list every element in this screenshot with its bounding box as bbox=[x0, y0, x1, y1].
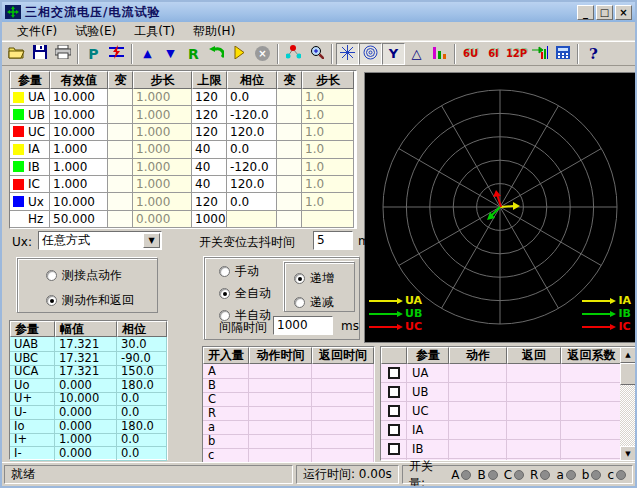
maximize-button[interactable]: □ bbox=[596, 5, 613, 20]
close-button[interactable]: × bbox=[615, 5, 632, 20]
radio-option[interactable]: 测接点动作 bbox=[46, 267, 171, 284]
checkbox[interactable] bbox=[388, 424, 400, 436]
twelve-phase-button[interactable]: 12P bbox=[505, 43, 528, 65]
var-cell[interactable] bbox=[277, 124, 302, 141]
phase-step-cell[interactable]: 1.0 bbox=[302, 124, 354, 141]
step-cell[interactable]: 1.000 bbox=[133, 106, 192, 123]
radio-icon[interactable] bbox=[219, 266, 230, 277]
step-cell[interactable]: 1.000 bbox=[133, 124, 192, 141]
phase-cell[interactable]: -120.0 bbox=[227, 159, 277, 176]
limit-cell[interactable]: 120 bbox=[192, 89, 227, 106]
radio-icon[interactable] bbox=[46, 295, 57, 306]
raise-button[interactable]: ▲ bbox=[136, 43, 159, 65]
menu-item[interactable]: 试验(E) bbox=[66, 21, 125, 42]
open-file-button[interactable] bbox=[5, 43, 28, 65]
phase-cell[interactable]: 0.0 bbox=[227, 193, 277, 210]
scrollbar-thumb[interactable] bbox=[620, 363, 636, 385]
step-cell[interactable]: 1.000 bbox=[133, 176, 192, 193]
reset-button[interactable]: R bbox=[182, 43, 205, 65]
checkbox[interactable] bbox=[388, 405, 400, 417]
rms-cell[interactable]: 50.000 bbox=[50, 211, 108, 228]
limit-cell[interactable]: 120 bbox=[192, 193, 227, 210]
rings-view-button[interactable] bbox=[359, 43, 382, 65]
radio-icon[interactable] bbox=[219, 288, 230, 299]
phase-cell[interactable]: 120.0 bbox=[227, 176, 277, 193]
radio-option[interactable]: 测动作和返回 bbox=[46, 292, 171, 309]
menu-item[interactable]: 帮助(H) bbox=[184, 21, 244, 42]
rms-cell[interactable]: 1.000 bbox=[50, 176, 108, 193]
radio-icon[interactable] bbox=[294, 273, 305, 284]
calculator-button[interactable] bbox=[551, 43, 574, 65]
var-cell[interactable] bbox=[277, 159, 302, 176]
phase-cell[interactable]: 0.0 bbox=[227, 89, 277, 106]
output-monitor-button[interactable] bbox=[528, 43, 551, 65]
phase-step-cell[interactable]: 1.0 bbox=[302, 193, 354, 210]
step-cell[interactable]: 0.000 bbox=[133, 211, 192, 228]
menu-item[interactable]: 文件(F) bbox=[8, 21, 66, 42]
vector-node-button[interactable] bbox=[282, 43, 305, 65]
var-cell[interactable] bbox=[277, 211, 302, 228]
phase-cell[interactable] bbox=[227, 211, 277, 228]
checkbox[interactable] bbox=[388, 443, 400, 455]
var-cell[interactable] bbox=[277, 193, 302, 210]
save-button[interactable] bbox=[28, 43, 51, 65]
phase-step-cell[interactable] bbox=[302, 211, 354, 228]
var-cell[interactable] bbox=[108, 89, 133, 106]
limit-cell[interactable]: 40 bbox=[192, 141, 227, 158]
var-cell[interactable] bbox=[277, 106, 302, 123]
rms-cell[interactable]: 1.000 bbox=[50, 159, 108, 176]
var-cell[interactable] bbox=[108, 211, 133, 228]
var-cell[interactable] bbox=[277, 89, 302, 106]
phase-step-cell[interactable]: 1.0 bbox=[302, 106, 354, 123]
phase-step-cell[interactable]: 1.0 bbox=[302, 89, 354, 106]
minimize-button[interactable]: _ bbox=[577, 5, 594, 20]
six-voltage-button[interactable]: 6U bbox=[459, 43, 482, 65]
var-cell[interactable] bbox=[277, 176, 302, 193]
step-cell[interactable]: 1.000 bbox=[133, 193, 192, 210]
var-cell[interactable] bbox=[108, 106, 133, 123]
delta-connection-button[interactable]: △ bbox=[405, 43, 428, 65]
limit-cell[interactable]: 1000 bbox=[192, 211, 227, 228]
step-cell[interactable]: 1.000 bbox=[133, 159, 192, 176]
phase-cell[interactable]: -120.0 bbox=[227, 106, 277, 123]
parameter-setup-button[interactable]: P bbox=[82, 43, 105, 65]
six-current-button[interactable]: 6I bbox=[482, 43, 505, 65]
radio-icon[interactable] bbox=[46, 270, 57, 281]
zoom-button[interactable] bbox=[305, 43, 328, 65]
step-cell[interactable]: 1.000 bbox=[133, 141, 192, 158]
rms-cell[interactable]: 10.000 bbox=[50, 124, 108, 141]
print-button[interactable] bbox=[51, 43, 74, 65]
var-cell[interactable] bbox=[108, 159, 133, 176]
phase-step-cell[interactable]: 1.0 bbox=[302, 141, 354, 158]
radio-icon[interactable] bbox=[294, 297, 305, 308]
star-view-button[interactable] bbox=[336, 43, 359, 65]
var-cell[interactable] bbox=[277, 141, 302, 158]
rms-cell[interactable]: 1.000 bbox=[50, 141, 108, 158]
menu-item[interactable]: 工具(T) bbox=[125, 21, 184, 42]
fault-button[interactable] bbox=[105, 43, 128, 65]
radio-option[interactable]: 递减 bbox=[294, 294, 354, 311]
radio-option[interactable]: 递增 bbox=[294, 270, 354, 287]
scroll-down-icon[interactable]: ▼ bbox=[620, 446, 636, 461]
rms-cell[interactable]: 10.000 bbox=[50, 106, 108, 123]
limit-cell[interactable]: 40 bbox=[192, 176, 227, 193]
step-cell[interactable]: 1.000 bbox=[133, 89, 192, 106]
help-button[interactable]: ? bbox=[582, 43, 605, 65]
wye-connection-button[interactable]: Y bbox=[382, 43, 405, 65]
limit-cell[interactable]: 40 bbox=[192, 159, 227, 176]
scroll-up-icon[interactable]: ▲ bbox=[620, 347, 636, 363]
start-button[interactable] bbox=[228, 43, 251, 65]
undo-button[interactable] bbox=[205, 43, 228, 65]
checkbox[interactable] bbox=[388, 386, 400, 398]
chevron-down-icon[interactable]: ▼ bbox=[143, 233, 160, 248]
lower-button[interactable]: ▼ bbox=[159, 43, 182, 65]
rms-cell[interactable]: 10.000 bbox=[50, 193, 108, 210]
phase-cell[interactable]: 120.0 bbox=[227, 124, 277, 141]
stop-button[interactable]: × bbox=[251, 43, 274, 65]
rms-cell[interactable]: 10.000 bbox=[50, 89, 108, 106]
vertical-scrollbar[interactable]: ▲ ▼ bbox=[620, 347, 636, 461]
var-cell[interactable] bbox=[108, 124, 133, 141]
phase-cell[interactable]: 0.0 bbox=[227, 141, 277, 158]
phase-step-cell[interactable]: 1.0 bbox=[302, 159, 354, 176]
interval-input[interactable]: 1000 bbox=[273, 316, 333, 335]
